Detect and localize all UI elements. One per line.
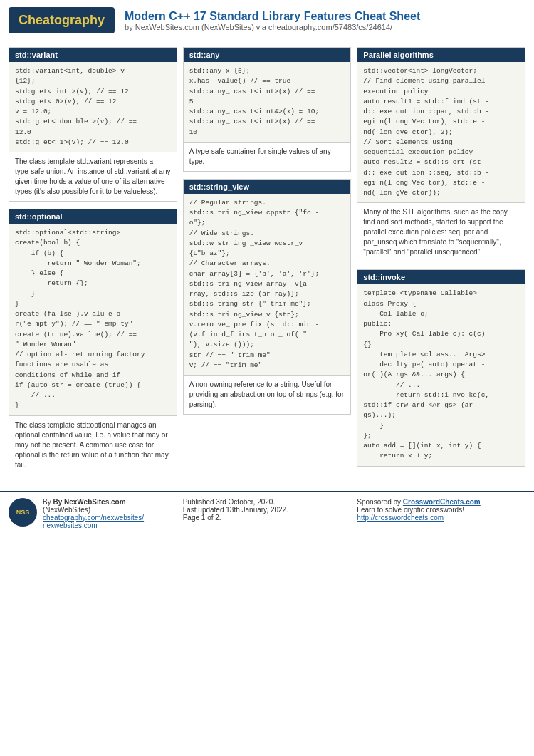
footer: NSS By By NexWebSites.com (NexWebSites) … — [0, 491, 534, 535]
section-optional: std::optional std::optional<std::string>… — [9, 209, 177, 475]
footer-link-1[interactable]: cheatography.com/nexwebsites/ — [43, 514, 144, 522]
page-title: Modern C++ 17 Standard Library Features … — [125, 10, 420, 23]
footer-page: Page 1 of 2. — [183, 514, 352, 522]
section-string-view-code: // Regular strings. std::s tri ng_view c… — [184, 194, 351, 375]
section-string-view: std::string_view // Regular strings. std… — [183, 179, 352, 415]
logo: Cheatography — [9, 7, 115, 33]
section-any-code: std::any x {5}; x.has_ value() // == tru… — [184, 62, 351, 142]
footer-company-name: By NexWebSites.com — [53, 498, 125, 506]
footer-by-label: By — [43, 498, 53, 506]
logo-text: Cheatography — [19, 13, 105, 27]
section-invoke-header: std::invoke — [357, 270, 525, 284]
section-parallel: Parallel algorithms std::vector<int> lon… — [357, 47, 525, 262]
footer-sponsor-name[interactable]: CrosswordCheats.com — [403, 498, 481, 506]
footer-left-text: By By NexWebSites.com (NexWebSites) chea… — [43, 498, 144, 529]
footer-company: By By NexWebSites.com — [43, 498, 144, 506]
section-variant: std::variant std::variant<int, double> v… — [9, 47, 177, 202]
footer-right: Sponsored by CrosswordCheats.com Learn t… — [357, 498, 525, 529]
column-3: Parallel algorithms std::vector<int> lon… — [354, 47, 528, 482]
footer-center: Published 3rd October, 2020. Last update… — [183, 498, 352, 529]
section-any: std::any std::any x {5}; x.has_ value() … — [183, 47, 352, 172]
footer-logo-img: NSS — [9, 498, 37, 527]
page-header: Cheatography Modern C++ 17 Standard Libr… — [0, 0, 534, 41]
section-variant-desc: The class template std::variant represen… — [9, 152, 177, 201]
section-any-desc: A type-safe container for single values … — [184, 142, 351, 171]
footer-company-sub: (NexWebSites) — [43, 506, 144, 514]
section-invoke-code: template <typename Callable> class Proxy… — [357, 284, 525, 465]
main-content: std::variant std::variant<int, double> v… — [0, 41, 534, 488]
section-parallel-desc: Many of the STL algorithms, such as the … — [357, 202, 525, 262]
header-text-block: Modern C++ 17 Standard Library Features … — [125, 10, 420, 31]
page-subtitle: by NexWebSites.com (NexWebSites) via che… — [125, 23, 420, 31]
footer-published: Published 3rd October, 2020. — [183, 498, 352, 506]
section-parallel-code: std::vector<int> longVector; // Find ele… — [357, 62, 525, 202]
column-1: std::variant std::variant<int, double> v… — [6, 47, 180, 482]
section-string-view-desc: A non-owning reference to a string. Usef… — [184, 375, 351, 414]
footer-updated: Last updated 13th January, 2022. — [183, 506, 352, 514]
footer-sponsor-line: Sponsored by CrosswordCheats.com — [357, 498, 525, 506]
column-2: std::any std::any x {5}; x.has_ value() … — [180, 47, 355, 482]
section-optional-code: std::optional<std::string> create(bool b… — [9, 224, 177, 415]
section-optional-header: std::optional — [9, 209, 177, 224]
section-optional-desc: The class template std::optional manages… — [9, 415, 177, 475]
footer-sponsor-link[interactable]: http://crosswordcheats.com — [357, 514, 444, 522]
section-parallel-header: Parallel algorithms — [357, 48, 525, 62]
section-string-view-header: std::string_view — [184, 180, 351, 194]
section-invoke: std::invoke template <typename Callable>… — [357, 269, 525, 466]
footer-sponsor-label: Sponsored by — [357, 498, 403, 506]
footer-sponsor-desc: Learn to solve cryptic crosswords! — [357, 506, 525, 514]
section-any-header: std::any — [184, 48, 351, 62]
footer-left: NSS By By NexWebSites.com (NexWebSites) … — [9, 498, 177, 529]
section-variant-code: std::variant<int, double> v {12}; std:g … — [9, 62, 177, 152]
footer-link-2[interactable]: nexwebsites.com — [43, 522, 98, 529]
section-variant-header: std::variant — [9, 48, 177, 62]
